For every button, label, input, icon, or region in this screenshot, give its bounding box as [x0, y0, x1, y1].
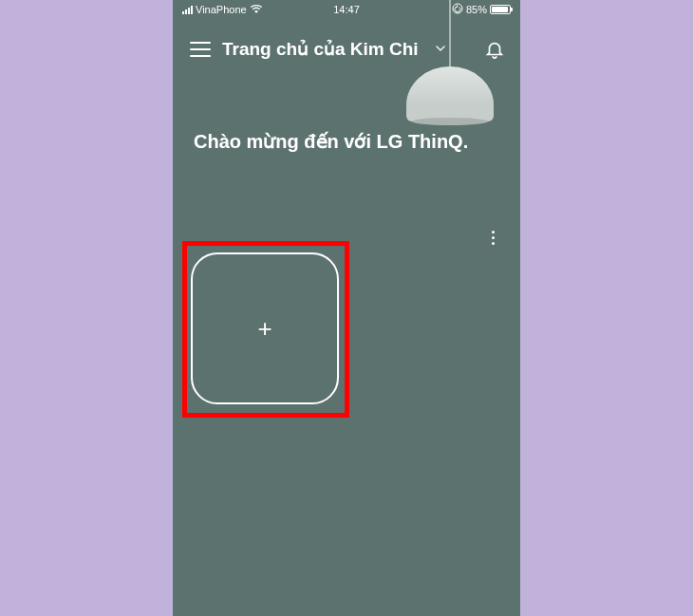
more-options-icon[interactable]	[486, 231, 499, 245]
status-right: 85%	[452, 3, 511, 16]
chevron-down-icon[interactable]	[436, 44, 445, 54]
nav-bar: Trang chủ của Kim Chi	[173, 19, 520, 69]
menu-icon[interactable]	[190, 42, 211, 57]
page-title: Trang chủ của Kim Chi	[222, 38, 419, 60]
signal-icon	[182, 6, 193, 14]
wifi-icon	[250, 4, 263, 16]
status-left: VinaPhone	[182, 4, 263, 16]
clock: 14:47	[333, 4, 360, 15]
phone-screen: VinaPhone 14:47 85%	[173, 0, 520, 616]
battery-icon	[490, 5, 511, 14]
welcome-heading: Chào mừng đến với LG ThinQ.	[173, 69, 520, 153]
plus-icon: +	[257, 316, 272, 341]
carrier-label: VinaPhone	[196, 4, 247, 15]
orientation-lock-icon	[452, 3, 463, 16]
add-device-button[interactable]: +	[191, 252, 339, 404]
bell-icon[interactable]	[484, 39, 505, 60]
battery-percent: 85%	[466, 4, 487, 15]
status-bar: VinaPhone 14:47 85%	[173, 0, 520, 19]
